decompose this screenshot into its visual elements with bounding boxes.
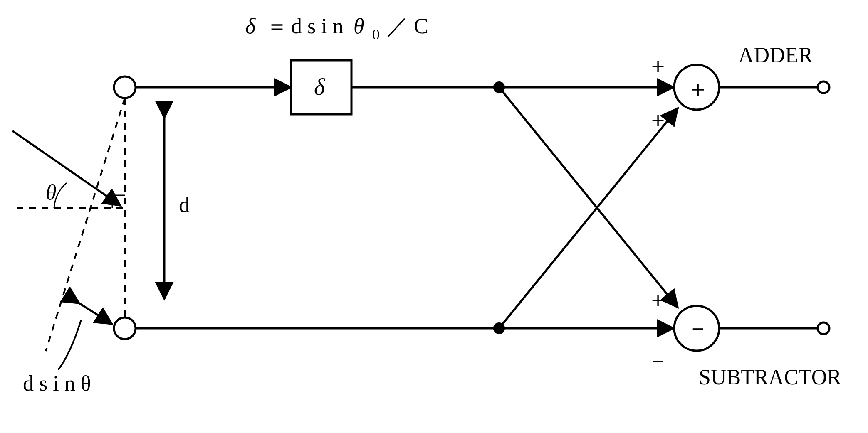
theta-label: θ [46,180,57,204]
dsin-label: d s i n θ [23,371,91,395]
adder-label: ADDER [738,43,813,67]
sensor-top [114,76,136,98]
formula-rhs1: d s i n [291,14,344,38]
d-label: d [179,193,190,216]
formula-slash: ／ [387,14,408,38]
dsin-leader [58,320,81,370]
dsin-span-arrow [73,299,112,324]
formula-sub0: 0 [372,26,380,43]
sub-sign-top: ＋ [647,288,669,311]
adder-sign-bottom: ＋ [647,108,669,131]
sub-symbol: － [686,315,710,341]
formula-theta: θ [354,14,364,38]
formula-lhs: δ [245,14,256,38]
formula-C: C [414,14,428,38]
formula-eq: ＝ [266,14,288,38]
wavefront-dashed [46,98,125,351]
adder-sign-top: ＋ [647,54,669,77]
adder-output-terminal [818,81,829,93]
adder-symbol: ＋ [686,76,710,101]
sub-sign-bottom: － [647,349,669,372]
sub-label: SUBTRACTOR [699,365,841,389]
sensor-bottom [114,317,136,339]
sub-output-terminal [818,322,829,334]
incident-wave-arrow [12,131,121,206]
formula-label: δ ＝ d s i n θ 0 ／ C [245,14,428,43]
delta-block-label: δ [314,74,325,100]
subtractor: － ＋ － SUBTRACTOR [647,288,841,389]
